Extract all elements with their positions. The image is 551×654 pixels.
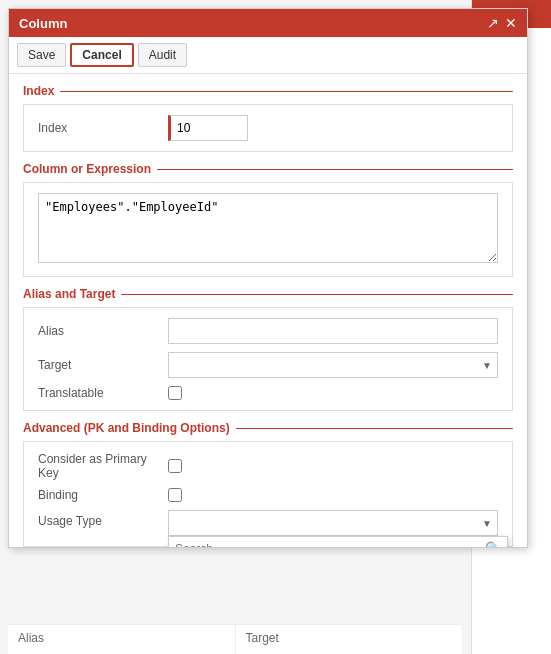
modal-title: Column <box>19 16 67 31</box>
index-section-title: Index <box>23 84 513 98</box>
index-input[interactable] <box>168 115 248 141</box>
usage-type-field-row: Usage Type ▼ 🔍 <box>38 510 498 536</box>
primary-key-checkbox[interactable] <box>168 459 182 473</box>
cancel-button[interactable]: Cancel <box>70 43 133 67</box>
index-section: Index Index <box>23 84 513 152</box>
primary-key-field-row: Consider as Primary Key <box>38 452 498 480</box>
index-field-row: Index <box>38 115 498 141</box>
index-label: Index <box>38 121 168 135</box>
column-expression-section: Column or Expression "Employees"."Employ… <box>23 162 513 277</box>
target-field-row: Target ▼ <box>38 352 498 378</box>
alias-field-row: Alias <box>38 318 498 344</box>
binding-label: Binding <box>38 488 168 502</box>
column-modal: Column ↗ ✕ Save Cancel Audit Index Index… <box>8 8 528 548</box>
alias-target-section: Alias and Target Alias Target ▼ <box>23 287 513 411</box>
binding-field-row: Binding <box>38 488 498 502</box>
advanced-section-box: Consider as Primary Key Binding Usage Ty… <box>23 441 513 547</box>
target-select-wrapper: ▼ <box>168 352 498 378</box>
binding-checkbox[interactable] <box>168 488 182 502</box>
column-expression-textarea[interactable]: "Employees"."EmployeeId" <box>38 193 498 263</box>
usage-type-wrapper: ▼ 🔍 Audit Used as a primary key referenc… <box>168 510 498 536</box>
bottom-table: Alias Target <box>8 624 463 654</box>
target-select[interactable] <box>168 352 498 378</box>
translatable-checkbox[interactable] <box>168 386 182 400</box>
translatable-label: Translatable <box>38 386 168 400</box>
dropdown-search-input[interactable] <box>175 542 485 548</box>
modal-body: Index Index Column or Expression "Employ… <box>9 74 527 547</box>
alias-label: Alias <box>38 324 168 338</box>
usage-type-select[interactable] <box>168 510 498 536</box>
alias-input[interactable] <box>168 318 498 344</box>
advanced-section-title: Advanced (PK and Binding Options) <box>23 421 513 435</box>
save-button[interactable]: Save <box>17 43 66 67</box>
expand-icon[interactable]: ↗ <box>487 16 499 30</box>
modal-toolbar: Save Cancel Audit <box>9 37 527 74</box>
alias-target-box: Alias Target ▼ Translatable <box>23 307 513 411</box>
search-icon: 🔍 <box>485 541 501 547</box>
index-section-box: Index <box>23 104 513 152</box>
translatable-field-row: Translatable <box>38 386 498 400</box>
bottom-target-col: Target <box>236 625 464 654</box>
usage-type-label: Usage Type <box>38 514 168 528</box>
alias-target-title: Alias and Target <box>23 287 513 301</box>
column-expression-box: "Employees"."EmployeeId" <box>23 182 513 277</box>
dropdown-search-row: 🔍 <box>169 537 507 547</box>
bottom-alias-col: Alias <box>8 625 236 654</box>
primary-key-label: Consider as Primary Key <box>38 452 168 480</box>
modal-header: Column ↗ ✕ <box>9 9 527 37</box>
usage-type-dropdown: 🔍 Audit Used as a primary key reference … <box>168 536 508 547</box>
advanced-section: Advanced (PK and Binding Options) Consid… <box>23 421 513 547</box>
column-expression-title: Column or Expression <box>23 162 513 176</box>
modal-header-icons: ↗ ✕ <box>487 16 517 30</box>
close-icon[interactable]: ✕ <box>505 16 517 30</box>
audit-button[interactable]: Audit <box>138 43 187 67</box>
target-label: Target <box>38 358 168 372</box>
